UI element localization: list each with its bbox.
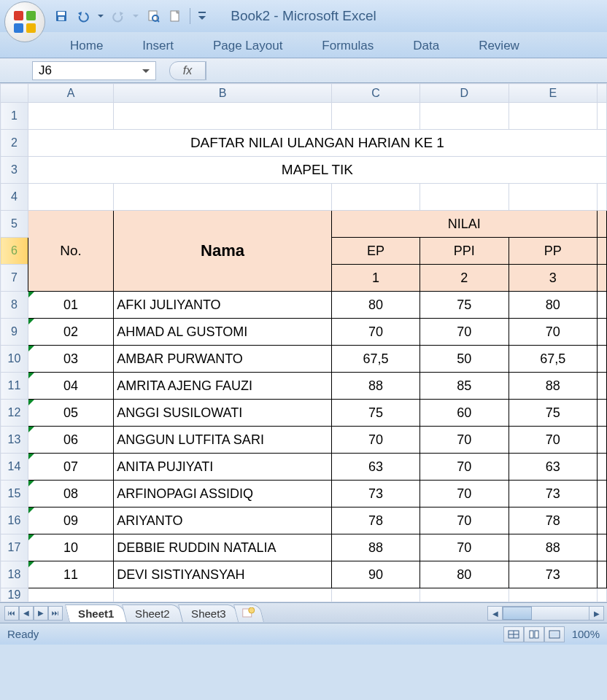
undo-button[interactable] [74, 7, 92, 25]
cell-partial[interactable] [597, 481, 606, 508]
cell[interactable] [114, 103, 332, 130]
row-header-15[interactable]: 15 [1, 481, 28, 508]
sheet-tab-1[interactable]: Sheet1 [65, 604, 127, 622]
cell-ppi[interactable]: 75 [420, 292, 509, 319]
cell-pp[interactable]: 80 [509, 292, 597, 319]
cell-pp[interactable]: 67,5 [509, 346, 597, 373]
cell-ppi[interactable]: 70 [420, 481, 509, 508]
cell[interactable] [509, 588, 597, 602]
cell[interactable] [114, 588, 332, 602]
hdr-nama[interactable]: Nama [114, 211, 332, 292]
cell-ep[interactable]: 75 [331, 400, 420, 427]
cell[interactable] [597, 184, 606, 211]
cell-partial[interactable] [597, 292, 606, 319]
chevron-down-icon[interactable] [139, 64, 152, 77]
cell-ppi[interactable]: 85 [420, 373, 509, 400]
row-header-1[interactable]: 1 [1, 103, 28, 130]
col-header-C[interactable]: C [331, 84, 420, 103]
row-header-9[interactable]: 9 [1, 319, 28, 346]
ribbon-tab-pagelayout[interactable]: Page Layout [196, 34, 300, 58]
cell[interactable] [28, 184, 113, 211]
cell-ppi[interactable]: 80 [420, 561, 509, 588]
select-all-corner[interactable] [1, 84, 28, 103]
cell-pp[interactable]: 63 [509, 454, 597, 481]
ribbon-tab-home[interactable]: Home [53, 34, 120, 58]
cell-ppi[interactable]: 70 [420, 454, 509, 481]
row-header-6[interactable]: 6 [1, 238, 28, 265]
cell-ppi[interactable]: 50 [420, 346, 509, 373]
ribbon-tab-data[interactable]: Data [395, 34, 457, 58]
cell-partial[interactable] [597, 346, 606, 373]
cell-pp[interactable]: 73 [509, 481, 597, 508]
cell-partial[interactable] [597, 238, 606, 265]
cell-no[interactable]: 03 [28, 346, 113, 373]
cell-no[interactable]: 05 [28, 400, 113, 427]
row-header-3[interactable]: 3 [1, 157, 28, 184]
new-sheet-button[interactable] [233, 604, 264, 622]
cell-pp[interactable]: 73 [509, 561, 597, 588]
row-header-18[interactable]: 18 [1, 561, 28, 588]
hdr-no[interactable]: No. [28, 211, 113, 292]
ribbon-tab-review[interactable]: Review [461, 34, 537, 58]
hdr-col3[interactable]: 3 [509, 265, 597, 292]
hdr-col1[interactable]: 1 [331, 265, 420, 292]
cell[interactable] [114, 184, 332, 211]
row-header-4[interactable]: 4 [1, 184, 28, 211]
cell-pp[interactable]: 88 [509, 534, 597, 561]
cell-no[interactable]: 01 [28, 292, 113, 319]
cell[interactable] [331, 184, 420, 211]
row-header-19[interactable]: 19 [1, 588, 28, 602]
cell-partial[interactable] [597, 454, 606, 481]
row-header-8[interactable]: 8 [1, 292, 28, 319]
cell-partial[interactable] [597, 211, 606, 238]
sheet-nav-next[interactable]: ▶ [34, 606, 48, 621]
hdr-ep[interactable]: EP [331, 238, 420, 265]
worksheet-grid[interactable]: A B C D E 12DAFTAR NILAI ULANGAN HARIAN … [0, 83, 607, 602]
cell-pp[interactable]: 70 [509, 319, 597, 346]
cell-ep[interactable]: 88 [331, 534, 420, 561]
col-header-E[interactable]: E [509, 84, 597, 103]
hscroll-track[interactable] [503, 607, 589, 620]
cell-nama[interactable]: ANGGI SUSILOWATI [114, 400, 332, 427]
sheet-nav-first[interactable]: ⏮ [4, 606, 19, 621]
cell[interactable] [420, 588, 509, 602]
cell-nama[interactable]: AMRITA AJENG FAUZI [114, 373, 332, 400]
cell-partial[interactable] [597, 400, 606, 427]
cell-ppi[interactable]: 70 [420, 508, 509, 534]
row-header-11[interactable]: 11 [1, 373, 28, 400]
cell-ep[interactable]: 90 [331, 561, 420, 588]
qat-customize[interactable] [196, 7, 208, 25]
cell-partial[interactable] [597, 561, 606, 588]
row-header-10[interactable]: 10 [1, 346, 28, 373]
hdr-col2[interactable]: 2 [420, 265, 509, 292]
insert-function-button[interactable]: fx [169, 61, 206, 80]
sheet-nav-last[interactable]: ⏭ [48, 606, 63, 621]
cell-pp[interactable]: 78 [509, 508, 597, 534]
hscroll-left[interactable]: ◀ [488, 607, 503, 620]
cell-ppi[interactable]: 60 [420, 400, 509, 427]
cell-ep[interactable]: 73 [331, 481, 420, 508]
cell-ep[interactable]: 78 [331, 508, 420, 534]
col-header-partial[interactable] [597, 84, 606, 103]
view-page-layout[interactable] [524, 626, 544, 642]
office-button[interactable] [4, 1, 45, 42]
sheet-nav-prev[interactable]: ◀ [19, 606, 34, 621]
cell-nama[interactable]: DEBBIE RUDDIN NATALIA [114, 534, 332, 561]
cell[interactable] [509, 103, 597, 130]
cell-no[interactable]: 04 [28, 373, 113, 400]
cell-no[interactable]: 10 [28, 534, 113, 561]
cell-nama[interactable]: ANGGUN LUTFITA SARI [114, 427, 332, 454]
hdr-ppi[interactable]: PPI [420, 238, 509, 265]
cell-ppi[interactable]: 70 [420, 427, 509, 454]
print-preview-button[interactable] [144, 7, 162, 25]
row-header-17[interactable]: 17 [1, 534, 28, 561]
ribbon-tab-insert[interactable]: Insert [125, 34, 191, 58]
view-normal[interactable] [503, 626, 524, 642]
hscroll-right[interactable]: ▶ [589, 607, 603, 620]
name-box[interactable]: J6 [32, 61, 156, 80]
save-button[interactable] [53, 7, 70, 25]
cell-no[interactable]: 08 [28, 481, 113, 508]
col-header-B[interactable]: B [114, 84, 332, 103]
cell-partial[interactable] [597, 508, 606, 534]
row-header-14[interactable]: 14 [1, 454, 28, 481]
